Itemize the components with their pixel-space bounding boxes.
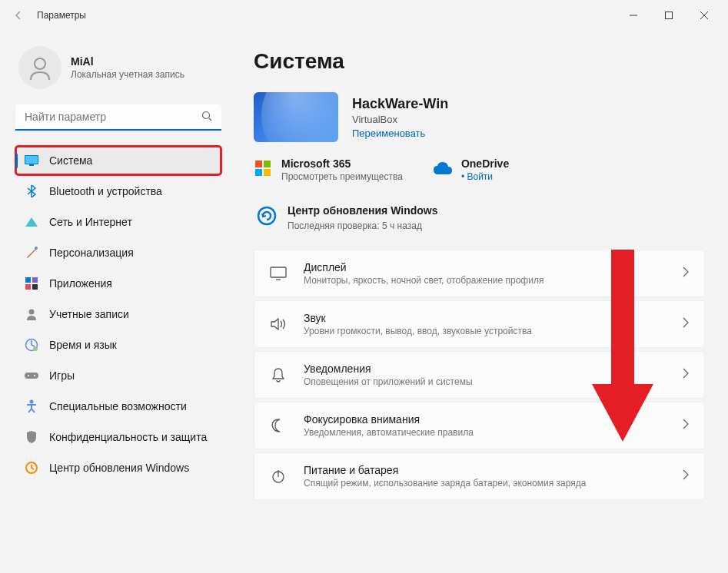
setting-subtitle: Мониторы, яркость, ночной свет, отображе… <box>304 275 666 286</box>
clock-globe-icon <box>25 338 38 352</box>
sidebar-item-system[interactable]: Система <box>15 146 221 175</box>
brush-icon <box>25 246 38 260</box>
svg-rect-10 <box>32 284 38 290</box>
chevron-right-icon <box>683 469 689 483</box>
gamepad-icon <box>25 369 38 383</box>
user-block[interactable]: MiAl Локальная учетная запись <box>15 46 221 89</box>
sidebar-item-gaming[interactable]: Игры <box>15 361 221 390</box>
svg-point-11 <box>29 310 35 315</box>
apps-icon <box>25 277 38 290</box>
back-button[interactable] <box>6 3 31 28</box>
svg-rect-9 <box>25 284 31 290</box>
svg-rect-0 <box>666 12 673 19</box>
svg-point-6 <box>35 247 38 250</box>
display-icon <box>25 154 38 167</box>
svg-point-17 <box>30 400 34 404</box>
svg-point-23 <box>258 207 275 224</box>
wifi-icon <box>25 215 38 229</box>
svg-point-2 <box>203 112 210 119</box>
chevron-right-icon <box>683 419 689 432</box>
device-name: HackWare-Win <box>352 96 448 112</box>
chevron-right-icon <box>683 317 689 331</box>
svg-rect-14 <box>25 373 38 379</box>
maximize-button[interactable] <box>651 3 686 28</box>
chevron-right-icon <box>683 267 689 280</box>
setting-title: Звук <box>304 312 666 324</box>
update-icon <box>25 461 38 475</box>
device-thumbnail <box>254 92 338 142</box>
setting-title: Уведомления <box>304 363 666 375</box>
service-onedrive[interactable]: OneDrive Войти <box>434 157 509 182</box>
sidebar-item-apps[interactable]: Приложения <box>15 269 221 298</box>
accessibility-icon <box>25 399 38 413</box>
sidebar: MiAl Локальная учетная запись Система <box>0 31 231 573</box>
settings-list: Дисплей Мониторы, яркость, ночной свет, … <box>254 250 705 500</box>
sidebar-item-privacy[interactable]: Конфиденциальность и защита <box>15 422 221 452</box>
sidebar-item-label: Центр обновления Windows <box>49 462 189 474</box>
setting-subtitle: Спящий режим, использование заряда батар… <box>304 478 666 489</box>
svg-rect-19 <box>255 161 262 167</box>
windows-update-icon <box>257 206 277 226</box>
rename-link[interactable]: Переименовать <box>352 128 448 139</box>
sidebar-item-label: Система <box>49 154 92 167</box>
bell-icon <box>270 366 287 383</box>
service-m365[interactable]: Microsoft 365 Просмотреть преимущества <box>254 157 403 182</box>
setting-title: Питание и батарея <box>304 464 666 476</box>
device-block: HackWare-Win VirtualBox Переименовать <box>254 92 705 142</box>
setting-notifications[interactable]: Уведомления Оповещения от приложений и с… <box>254 351 705 399</box>
setting-display[interactable]: Дисплей Мониторы, яркость, ночной свет, … <box>254 250 705 297</box>
svg-point-16 <box>34 375 35 376</box>
sidebar-item-network[interactable]: Сеть и Интернет <box>15 207 221 237</box>
svg-point-13 <box>33 346 38 351</box>
user-subtitle: Локальная учетная запись <box>71 69 184 80</box>
sidebar-item-time[interactable]: Время и язык <box>15 330 221 359</box>
svg-rect-8 <box>32 277 38 283</box>
sidebar-item-label: Игры <box>49 369 75 382</box>
setting-focus[interactable]: Фокусировка внимания Уведомления, автома… <box>254 402 705 449</box>
close-button[interactable] <box>686 3 722 28</box>
svg-rect-24 <box>271 267 286 277</box>
m365-icon <box>254 159 272 177</box>
bluetooth-icon <box>25 184 38 198</box>
sidebar-item-label: Время и язык <box>49 339 117 351</box>
sidebar-item-label: Bluetooth и устройства <box>49 185 162 197</box>
setting-subtitle: Оповещения от приложений и системы <box>304 376 666 387</box>
setting-title: Фокусировка внимания <box>304 413 666 426</box>
service-title: Microsoft 365 <box>281 157 403 170</box>
monitor-icon <box>270 265 287 282</box>
update-title: Центр обновления Windows <box>288 204 438 217</box>
sidebar-item-bluetooth[interactable]: Bluetooth и устройства <box>15 177 221 206</box>
search-icon <box>201 111 212 124</box>
svg-rect-5 <box>29 164 34 166</box>
sidebar-item-accessibility[interactable]: Специальные возможности <box>15 392 221 421</box>
sidebar-item-label: Специальные возможности <box>49 400 187 412</box>
person-icon <box>25 307 38 321</box>
svg-rect-20 <box>264 161 271 167</box>
service-login-link[interactable]: Войти <box>461 171 509 182</box>
setting-power[interactable]: Питание и батарея Спящий режим, использо… <box>254 452 705 500</box>
svg-point-15 <box>28 375 29 376</box>
search-input[interactable] <box>15 104 221 131</box>
service-title: OneDrive <box>461 157 509 170</box>
setting-title: Дисплей <box>304 261 666 273</box>
setting-subtitle: Уведомления, автоматические правила <box>304 427 666 438</box>
shield-icon <box>25 430 38 444</box>
setting-subtitle: Уровни громкости, вывод, ввод, звуковые … <box>304 326 666 336</box>
sidebar-item-label: Учетные записи <box>49 308 129 320</box>
minimize-button[interactable] <box>616 3 651 28</box>
sidebar-item-personalization[interactable]: Персонализация <box>15 238 221 267</box>
svg-rect-21 <box>255 169 262 176</box>
sidebar-item-label: Персонализация <box>49 247 134 259</box>
svg-rect-4 <box>25 156 38 164</box>
setting-sound[interactable]: Звук Уровни громкости, вывод, ввод, звук… <box>254 300 705 348</box>
main-content: Система HackWare-Win VirtualBox Переимен… <box>231 31 728 573</box>
update-block[interactable]: Центр обновления Windows Последняя прове… <box>254 204 705 231</box>
sidebar-item-accounts[interactable]: Учетные записи <box>15 300 221 329</box>
sidebar-item-label: Конфиденциальность и защита <box>49 431 207 443</box>
svg-point-1 <box>35 58 45 69</box>
user-name: MiAl <box>71 55 184 68</box>
nav: Система Bluetooth и устройства Сеть и Ин… <box>15 146 221 482</box>
svg-rect-7 <box>25 277 31 283</box>
moon-icon <box>270 417 287 434</box>
sidebar-item-update[interactable]: Центр обновления Windows <box>15 453 221 482</box>
